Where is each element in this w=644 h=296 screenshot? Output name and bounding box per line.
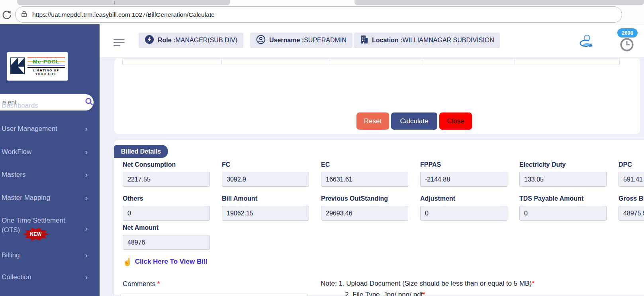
field-gross-bill: Gross Bill [619,195,644,221]
field-label: FPPAS [420,161,507,168]
chevron-right-icon: › [85,251,88,260]
logo-line-blue [27,65,65,66]
field-label: Adjustment [420,195,507,202]
comments-textarea[interactable] [121,294,307,296]
billed-details-title: Billed Details [114,145,168,158]
sidebar-item-collection[interactable]: Collection › [0,272,100,282]
chevron-right-icon: › [85,124,88,134]
net-consumption-input[interactable] [123,172,210,187]
sidebar-item-workflow[interactable]: WorkFlow › [0,147,100,157]
required-asterisk: * [157,280,160,288]
sidebar-item-billing[interactable]: Billing › [0,251,100,260]
url-text[interactable]: https://uat.mepdcl.trm.ieasybill.com:102… [32,11,215,18]
sidebar-item-user-management[interactable]: User Management › [0,124,100,134]
adjustment-input[interactable] [420,206,507,221]
field-label: Gross Bill [619,195,644,202]
view-bill-link[interactable]: ☝ Click Here To View Bill [123,258,207,266]
reload-icon[interactable] [2,10,12,20]
gross-bill-input[interactable] [619,206,644,221]
hamburger-menu-icon[interactable] [114,39,125,47]
net-amount-input[interactable] [123,235,210,250]
field-bill-amount: Bill Amount [222,195,309,221]
field-label: Net Consumption [123,161,210,168]
role-chip: Role :MANAGER(SUB DIV) [139,33,243,48]
fc-input[interactable] [222,172,309,187]
field-label: Others [123,195,210,202]
close-button[interactable]: Close [439,112,472,130]
user-sync-icon[interactable] [577,34,597,53]
location-value: WILLIAMNAGAR SUBDIVISION [402,37,494,43]
billed-fields-row-2: Others Bill Amount Previous OutStanding … [123,195,644,221]
field-net-consumption: Net Consumption [123,161,210,187]
username-chip: Username :SUPERADMIN [250,33,352,48]
view-bill-link-text: Click Here To View Bill [135,258,207,266]
lock-icon [21,10,27,19]
note-text: 2. File Type .Jpg/.png/.pdf [345,291,423,296]
table-row [122,58,620,65]
sidebar-item-master-mapping[interactable]: Master Mapping › [0,193,100,203]
bill-amount-input[interactable] [222,206,309,221]
others-input[interactable] [123,206,210,221]
calculate-button[interactable]: Calculate [391,112,437,130]
sidebar-item-dashboards[interactable]: Dashboards [0,101,100,111]
location-label: Location : [372,37,402,43]
field-label: Net Amount [123,224,210,231]
tds-payable-amount-input[interactable] [519,206,607,221]
logo-brand-text: Me-PDCL [27,58,65,65]
dpc-input[interactable] [619,172,644,187]
sidebar-item-masters[interactable]: Masters › [0,170,100,180]
comments-label: Comments * [123,280,160,288]
pointing-hand-icon: ☝ [123,259,132,265]
chevron-right-icon: › [85,193,88,203]
field-others: Others [123,195,210,221]
field-ec: EC [321,161,408,187]
tab-divider [114,1,115,4]
note-text: Note: 1. Upload Document (Size should be… [321,280,532,287]
table-cell [122,58,222,65]
field-label: TDS Payable Amount [519,195,607,202]
field-previous-outstanding: Previous OutStanding [321,195,408,221]
chevron-right-icon: › [85,224,88,233]
upload-note-line-2: 2. File Type .Jpg/.png/.pdf* [345,291,425,296]
browser-tab[interactable] [17,0,230,5]
browser-tab-strip [0,0,644,5]
previous-outstanding-input[interactable] [321,206,408,221]
clock-icon[interactable] [620,37,634,53]
sidebar-item-one-time-settlement[interactable]: One Time Settlement (OTS) › [0,216,100,235]
chevron-right-icon: › [85,147,88,157]
field-label: Bill Amount [222,195,309,202]
reset-button[interactable]: Reset [356,112,389,130]
browser-toolbar: https://uat.mepdcl.trm.ieasybill.com:102… [0,5,644,24]
sidebar-item-label: Collection [0,272,78,282]
sidebar: Me-PDCL LIGHTING UP YOUR LIFE Dashboards… [0,24,100,296]
calculation-card: Reset Calculate Close [114,58,640,134]
sidebar-item-label: User Management [0,124,78,134]
field-fppas: FPPAS [420,161,507,187]
logo-tagline: LIGHTING UP YOUR LIFE [27,69,65,76]
field-label: EC [321,161,408,168]
notification-count-badge[interactable]: 2698 [617,28,638,37]
ec-input[interactable] [321,172,408,187]
billed-fields-row-3: Net Amount [123,224,210,250]
electricity-duty-input[interactable] [519,172,607,187]
logo-line-black [27,67,65,68]
chevron-right-icon: › [85,272,88,282]
sidebar-item-label: Masters [0,170,78,180]
field-label: DPC [619,161,644,168]
field-fc: FC [222,161,309,187]
table-cell [422,58,515,65]
browser-tab[interactable] [354,0,644,5]
billed-fields-row-1: Net Consumption FC EC FPPAS Electricity … [123,161,644,187]
required-asterisk: * [423,291,425,296]
table-cell [330,58,422,65]
lightning-icon [145,35,154,46]
comments-label-text: Comments [123,280,155,288]
address-bar[interactable]: https://uat.mepdcl.trm.ieasybill.com:102… [15,6,622,23]
fppas-input[interactable] [420,172,507,187]
sidebar-item-label: WorkFlow [0,147,78,157]
sidebar-item-label: Dashboards [0,101,78,111]
username-value: SUPERADMIN [304,37,346,43]
role-value: MANAGER(SUB DIV) [175,37,237,43]
chevron-right-icon: › [85,170,88,180]
field-dpc: DPC [619,161,644,187]
